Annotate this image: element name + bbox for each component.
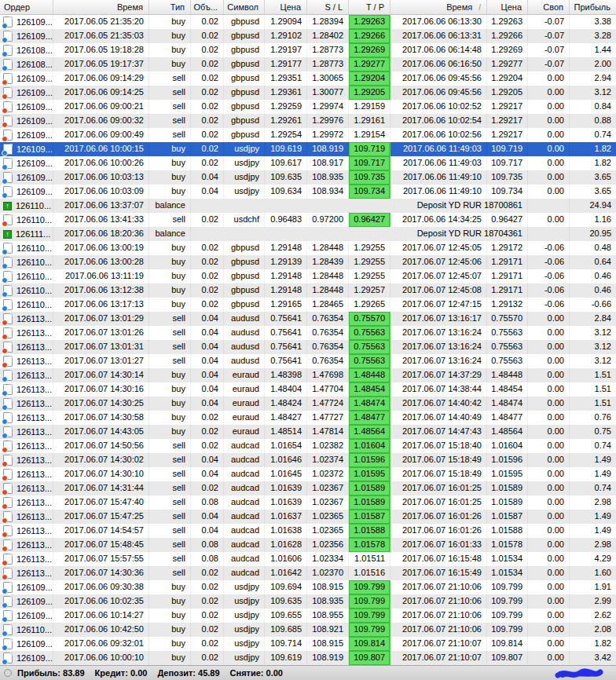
column-header-4[interactable]: Символ <box>224 0 265 14</box>
history-row[interactable]: 126109...2017.06.06 09:30:38buy0.02usdjp… <box>0 580 616 594</box>
history-row[interactable]: 126109...2017.06.06 10:03:13buy0.04usdjp… <box>0 170 616 185</box>
history-row[interactable]: 126113...2017.06.07 15:48:45sell0.08audc… <box>0 538 616 552</box>
history-row[interactable]: 126109...2017.06.06 10:14:27buy0.02usdjp… <box>0 609 616 623</box>
cell-close-time: 2017.06.06 14:34:25 <box>390 213 487 227</box>
history-row[interactable]: 126109...2017.06.06 09:00:21sell0.02gbpu… <box>0 100 616 114</box>
history-row[interactable]: 126113...2017.06.07 14:30:14buy0.04eurau… <box>0 368 616 382</box>
column-header-3[interactable]: Объ... <box>191 0 224 14</box>
history-row[interactable]: 126110...2017.06.06 13:41:33sell0.02usdc… <box>0 213 616 227</box>
history-row[interactable]: 126113...2017.06.07 14:43:05buy0.02eurau… <box>0 425 616 439</box>
history-row[interactable]: 126110...2017.06.06 13:11:19buy0.02gbpus… <box>0 269 616 283</box>
history-row[interactable]: 126113...2017.06.07 13:01:31sell0.04audu… <box>0 340 616 354</box>
history-row[interactable]: 126113...2017.06.07 13:01:27sell0.04audu… <box>0 354 616 368</box>
cell-volume: 0.02 <box>191 213 224 227</box>
cell-close-time: 2017.06.07 21:10:07 <box>390 651 487 665</box>
history-row[interactable]: 126109...2017.06.05 21:35:03buy0.02gbpus… <box>0 29 616 43</box>
column-header-0[interactable]: Ордер <box>0 0 53 14</box>
history-row-balance[interactable]: 126111...2017.06.06 18:20:36balanceDepos… <box>0 227 616 241</box>
history-row[interactable]: 126113...2017.06.07 14:30:10sell0.04audc… <box>0 467 616 481</box>
order-sell-icon <box>3 469 13 480</box>
cell-symbol: usdjpy <box>224 156 265 170</box>
history-row[interactable]: 126109...2017.06.06 10:03:09buy0.04usdjp… <box>0 185 616 199</box>
history-row[interactable]: 126109...2017.06.05 21:35:20buy0.02gbpus… <box>0 15 616 29</box>
history-row-balance[interactable]: 126110...2017.06.06 13:37:07balanceDepos… <box>0 199 616 213</box>
history-row[interactable]: 126113...2017.06.07 14:50:56sell0.02audc… <box>0 439 616 453</box>
column-header-5[interactable]: Цена <box>265 0 307 14</box>
cell-close-time: 2017.06.06 06:13:31 <box>390 29 487 43</box>
cell-close-price: 1.48477 <box>487 411 528 425</box>
history-row[interactable]: 126109...2017.06.06 09:00:32sell0.02gbpu… <box>0 114 616 128</box>
history-row[interactable]: 126109...2017.06.06 10:00:26buy0.02usdjp… <box>0 156 616 170</box>
column-header-11[interactable]: Прибыль <box>570 0 616 14</box>
history-row[interactable]: 126113...2017.06.07 13:01:29sell0.04audu… <box>0 312 616 326</box>
history-row[interactable]: 126109...2017.06.06 09:00:49sell0.02gbpu… <box>0 128 616 142</box>
column-header-label: Объ... <box>193 2 218 12</box>
column-header-8[interactable]: Время/ <box>390 0 487 14</box>
history-row[interactable]: 126110...2017.06.06 13:12:38buy0.02gbpus… <box>0 283 616 298</box>
column-header-7[interactable]: T / P <box>349 0 390 14</box>
cell-open-price: 1.29361 <box>265 86 307 100</box>
cell-symbol: gbpusd <box>224 241 265 255</box>
history-row[interactable]: 126113...2017.06.07 14:30:16buy0.04eurau… <box>0 382 616 397</box>
history-row[interactable]: 126109...2017.06.06 09:14:29sell0.02gbpu… <box>0 71 616 86</box>
column-header-6[interactable]: S / L <box>307 0 349 14</box>
order-buy-icon <box>3 610 13 621</box>
history-row[interactable]: 126113...2017.06.07 15:47:40sell0.08audc… <box>0 495 616 510</box>
history-row[interactable]: 126108...2017.06.05 19:18:28buy0.02gbpus… <box>0 43 616 57</box>
cell-open-time: 2017.06.07 14:30:14 <box>53 368 149 382</box>
history-row[interactable]: 126113...2017.06.07 15:57:55sell0.08audc… <box>0 552 616 566</box>
column-header-9[interactable]: Цена <box>487 0 528 14</box>
column-header-label: T / P <box>366 2 384 12</box>
cell-open-price: 1.01646 <box>265 453 307 467</box>
history-row[interactable]: 126113...2017.06.07 14:30:25buy0.04eurau… <box>0 397 616 411</box>
history-row[interactable]: 126110...2017.06.06 13:00:19buy0.02gbpus… <box>0 241 616 255</box>
cell-type: buy <box>149 29 191 43</box>
history-row[interactable]: 126109...2017.06.06 09:32:01buy0.02usdjp… <box>0 637 616 651</box>
cell-close-price: 109.799 <box>487 594 528 609</box>
cell-swap: 0.00 <box>528 368 570 382</box>
cell-volume: 0.04 <box>191 453 224 467</box>
cell-open-price: 109.619 <box>265 142 307 156</box>
cell-open-price: 0.75641 <box>265 326 307 340</box>
history-row[interactable]: 126110...2017.06.06 13:17:13buy0.02gbpus… <box>0 298 616 312</box>
cell-volume: 0.08 <box>191 538 224 552</box>
cell-profit: 4.29 <box>570 552 616 566</box>
cell-volume: 0.02 <box>191 156 224 170</box>
cell-swap: 0.00 <box>528 552 570 566</box>
cell-swap: 0.00 <box>528 495 570 510</box>
order-number: 126113... <box>16 411 52 425</box>
history-row[interactable]: 126109...2017.06.06 09:14:25sell0.02gbpu… <box>0 86 616 100</box>
history-row[interactable]: 126110...2017.06.06 10:42:50buy0.02usdjp… <box>0 623 616 637</box>
history-row[interactable]: 126113...2017.06.07 14:30:58buy0.02eurau… <box>0 411 616 425</box>
history-row[interactable]: 126113...2017.06.07 15:47:25sell0.04audc… <box>0 510 616 524</box>
history-row[interactable]: 126113...2017.06.07 14:31:44sell0.02audc… <box>0 481 616 495</box>
history-row[interactable]: 126108...2017.06.05 19:17:37buy0.02gbpus… <box>0 57 616 71</box>
column-header-1[interactable]: Время <box>53 0 149 14</box>
history-row[interactable]: 126113...2017.06.07 13:01:26sell0.04audu… <box>0 326 616 340</box>
cell-take-profit: 1.01589 <box>349 495 390 510</box>
column-header-10[interactable]: Своп <box>528 0 570 14</box>
sort-ascending-icon: / <box>478 3 481 12</box>
history-row[interactable]: 126113...2017.06.07 14:54:57sell0.04audc… <box>0 524 616 538</box>
cell-volume: 0.02 <box>191 609 224 623</box>
history-row[interactable]: 126113...2017.06.07 14:30:02sell0.04audc… <box>0 453 616 467</box>
cell-stop-loss: 1.02370 <box>307 566 349 580</box>
order-buy-icon <box>3 426 13 437</box>
cell-take-profit: 1.29161 <box>349 114 390 128</box>
cell-volume: 0.02 <box>191 283 224 298</box>
cell-symbol: usdjpy <box>224 594 265 609</box>
cell-open-time: 2017.06.06 13:17:13 <box>53 298 149 312</box>
column-header-label: Своп <box>543 2 563 12</box>
column-header-2[interactable]: Тип <box>149 0 191 14</box>
cell-profit: 1.49 <box>570 453 616 467</box>
cell-symbol: usdjpy <box>224 623 265 637</box>
cell-close-price: 109.735 <box>487 170 528 185</box>
cell-swap: 0.00 <box>528 538 570 552</box>
order-number: 126110... <box>16 199 51 213</box>
history-row[interactable]: 126113...2017.06.07 14:30:36sell0.02audc… <box>0 566 616 580</box>
history-row[interactable]: 126110...2017.06.06 13:00:28buy0.02gbpus… <box>0 255 616 269</box>
history-row[interactable]: 126109...2017.06.06 10:00:10buy0.02usdjp… <box>0 651 616 665</box>
cell-close-time: 2017.06.07 12:45:07 <box>390 269 487 283</box>
history-row[interactable]: 126109...2017.06.06 10:02:35buy0.02usdjp… <box>0 594 616 609</box>
history-row[interactable]: 126109...2017.06.06 10:00:15buy0.02usdjp… <box>0 142 616 156</box>
